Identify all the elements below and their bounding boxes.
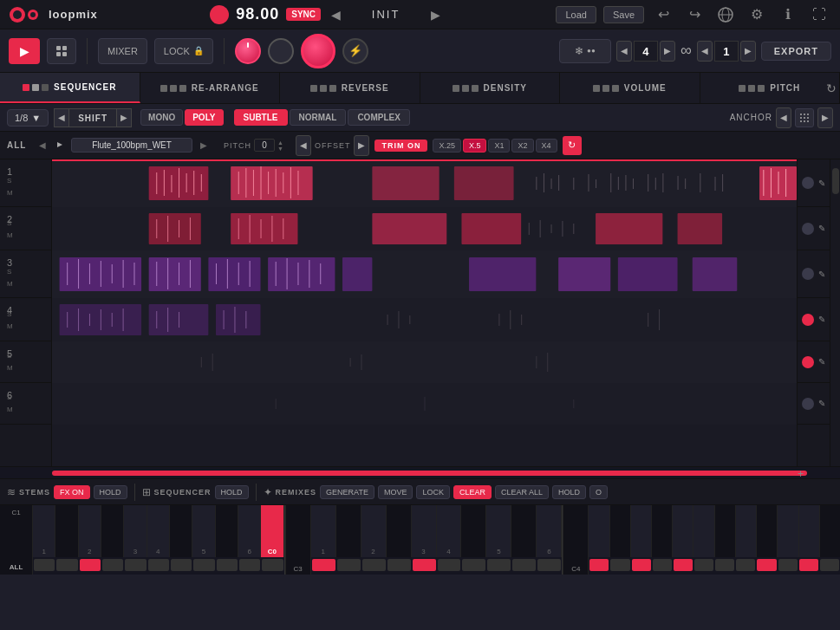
redo-button[interactable]: ↪ [682, 3, 707, 27]
track-4-edit-icon[interactable]: ✎ [818, 315, 825, 324]
track-5-dot[interactable] [802, 356, 814, 368]
piano-indicator2-4[interactable] [387, 559, 411, 571]
track-1-dot[interactable] [802, 177, 814, 189]
next-preset-button[interactable]: ▶ [427, 8, 444, 22]
track-6-dot[interactable] [802, 398, 814, 410]
track-5-waveform[interactable] [52, 341, 797, 383]
piano-indicator2-8[interactable] [487, 559, 511, 571]
piano-indicator-11[interactable] [262, 559, 283, 571]
clear-all-button[interactable]: CLEAR ALL [495, 485, 549, 499]
piano-indicator3-9-active[interactable] [757, 559, 776, 571]
piano-indicator-3-active[interactable] [80, 559, 101, 571]
piano-key-1-7[interactable] [170, 505, 192, 557]
piano-key-3-12[interactable] [820, 505, 840, 557]
piano-indicator3-12[interactable] [820, 559, 839, 571]
save-button[interactable]: Save [603, 6, 644, 23]
record-button[interactable] [210, 5, 229, 24]
piano-key-3-7[interactable] [715, 505, 736, 557]
piano-key-3-6[interactable] [693, 505, 714, 557]
move-button[interactable]: MOVE [378, 485, 413, 499]
play-button[interactable]: ▶ [9, 38, 40, 64]
piano-key-1-2[interactable] [55, 505, 78, 557]
mono-button[interactable]: MONO [140, 109, 183, 126]
piano-indicator2-6[interactable] [438, 559, 461, 571]
vertical-scroll-thumb[interactable] [832, 168, 839, 194]
fraction-selector[interactable]: 1/8 ▼ [7, 109, 49, 127]
scale-x25-button[interactable]: X.25 [433, 139, 461, 153]
track-prev-arrow[interactable]: ◀ [36, 140, 49, 150]
piano-indicator3-10[interactable] [778, 559, 798, 571]
pitch-down-arrow[interactable]: ▼ [277, 146, 283, 152]
sequencer-hold-button[interactable]: HOLD [215, 485, 249, 499]
dots-button[interactable] [795, 108, 814, 127]
piano-indicator3-8[interactable] [736, 559, 755, 571]
load-button[interactable]: Load [556, 6, 596, 23]
poly-button[interactable]: POLY [185, 109, 223, 126]
track-4-waveform[interactable] [52, 298, 797, 341]
piano-indicator3-6[interactable] [694, 559, 713, 571]
offset-right-button[interactable]: ▶ [354, 135, 369, 156]
piano-indicator2-7[interactable] [462, 559, 485, 571]
clear-button[interactable]: CLEAR [453, 485, 492, 499]
piano-key-2-5[interactable]: 3 [412, 505, 437, 557]
piano-indicator-1[interactable] [34, 559, 55, 571]
piano-indicator-6[interactable] [148, 559, 169, 571]
shift-right-button[interactable]: ▶ [116, 108, 132, 127]
outline-knob-1[interactable] [268, 38, 294, 64]
piano-indicator3-11-active[interactable] [799, 559, 818, 571]
grid-view-button[interactable] [47, 38, 76, 64]
piano-key-2-2[interactable] [336, 505, 361, 557]
snowflake-button[interactable]: ❄ ●● [559, 39, 611, 63]
settings-button[interactable]: ⚙ [745, 3, 769, 27]
piano-key-2-9[interactable] [511, 505, 537, 557]
piano-key-2-7[interactable] [461, 505, 486, 557]
piano-indicator2-2[interactable] [337, 559, 361, 571]
pitch-value[interactable]: 0 [254, 139, 275, 152]
loop-down-button[interactable]: ◀ [697, 41, 713, 62]
piano-indicator-4[interactable] [102, 559, 123, 571]
complex-button[interactable]: COMPLEX [348, 109, 409, 126]
sync-button[interactable]: SYNC [286, 8, 321, 21]
expand-button[interactable]: ⛶ [807, 3, 831, 27]
piano-indicator3-3-active[interactable] [632, 559, 651, 571]
loop-cycle-button[interactable]: ↻ [563, 136, 582, 155]
prev-preset-button[interactable]: ◀ [328, 8, 344, 22]
track-3-edit-icon[interactable]: ✎ [818, 270, 825, 279]
piano-indicator3-5-active[interactable] [674, 559, 693, 571]
track-3-waveform[interactable] [52, 250, 797, 298]
piano-key-2-10[interactable]: 6 [537, 505, 562, 557]
counter-up-button[interactable]: ▶ [660, 41, 675, 62]
normal-button[interactable]: NORMAL [290, 109, 347, 126]
tab-reverse[interactable]: REVERSE [280, 73, 420, 103]
tab-sequencer[interactable]: SEQUENCER [0, 73, 140, 103]
piano-indicator3-1-active[interactable] [589, 559, 609, 571]
subtle-button[interactable]: SUBTLE [234, 109, 288, 126]
piano-indicator-10[interactable] [239, 559, 260, 571]
track-2-waveform[interactable] [52, 207, 797, 250]
scale-x4-button[interactable]: X4 [536, 139, 557, 153]
remixes-hold-button[interactable]: HOLD [552, 485, 586, 499]
piano-key-3-3[interactable] [631, 505, 652, 557]
undo-button[interactable]: ↩ [651, 3, 675, 27]
trim-button[interactable]: TRIM ON [374, 140, 427, 152]
track-5-edit-icon[interactable]: ✎ [818, 357, 825, 367]
track-6-waveform[interactable] [52, 383, 797, 425]
piano-key-2-8[interactable]: 5 [486, 505, 511, 557]
piano-indicator3-2[interactable] [610, 559, 629, 571]
piano-indicator3-7[interactable] [715, 559, 734, 571]
horizontal-scrollbar[interactable]: + [0, 467, 840, 479]
piano-indicator-8[interactable] [193, 559, 214, 571]
piano-key-2-4[interactable] [387, 505, 412, 557]
scale-x1-button[interactable]: X1 [488, 139, 510, 153]
piano-key-3-5[interactable] [673, 505, 693, 557]
piano-key-3-4[interactable] [652, 505, 673, 557]
track-1-edit-icon[interactable]: ✎ [818, 179, 825, 188]
piano-key-2-3[interactable]: 2 [361, 505, 387, 557]
pitch-up-arrow[interactable]: ▲ [277, 140, 283, 146]
anchor-left-button[interactable]: ◀ [776, 107, 791, 128]
piano-key-2-1[interactable]: 1 [311, 505, 336, 557]
refresh-button[interactable]: ↻ [826, 81, 837, 95]
pink-knob-1[interactable] [235, 38, 261, 64]
track-3-dot[interactable] [802, 268, 814, 280]
generate-button[interactable]: GENERATE [320, 485, 374, 499]
